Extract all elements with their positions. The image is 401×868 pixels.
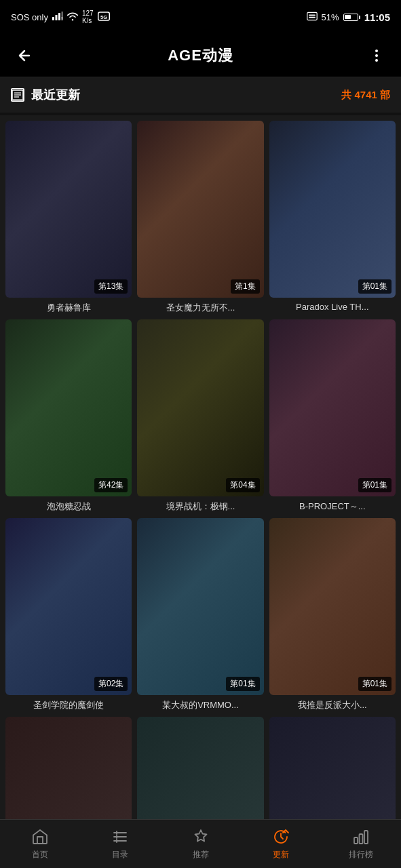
svg-rect-22 [364, 831, 368, 844]
svg-point-12 [375, 59, 378, 62]
anime-card-1[interactable]: 第13集 勇者赫鲁库 [5, 121, 132, 314]
nav-label-rank: 排行榜 [349, 849, 373, 861]
episode-badge: 第04集 [226, 478, 259, 492]
nav-label-update: 更新 [273, 849, 289, 861]
anime-card-7[interactable]: 第02集 圣剑学院的魔剑使 [5, 518, 132, 711]
anime-thumb: 第13集 [5, 121, 132, 298]
anime-grid: 第13集 勇者赫鲁库 第1集 圣女魔力无所不... 第01集 Paradox L… [0, 115, 401, 717]
anime-thumb: 第01集 [269, 121, 396, 298]
anime-thumb: 第01集 [269, 319, 396, 496]
episode-badge: 第01集 [358, 478, 392, 492]
anime-title: 泡泡糖忍战 [5, 500, 132, 513]
anime-card-9[interactable]: 第01集 我推是反派大小... [269, 518, 396, 711]
section-title: 最近更新 [11, 87, 80, 103]
anime-card-6[interactable]: 第01集 B-PROJECT～... [269, 319, 396, 513]
bottom-nav: 首页 目录 推荐 更新 [0, 819, 401, 868]
anime-card-4[interactable]: 第42集 泡泡糖忍战 [5, 319, 132, 513]
nav-item-recommend[interactable]: 推荐 [160, 827, 240, 861]
section-header: 最近更新 共 4741 部 [0, 77, 401, 113]
svg-rect-0 [52, 17, 54, 20]
nav-label-recommend: 推荐 [193, 849, 209, 861]
count-number: 4741 [354, 89, 377, 100]
status-right: 51% 11:05 [307, 12, 390, 23]
svg-rect-20 [354, 837, 358, 844]
speed-text: 127 K/s [82, 9, 94, 24]
time-display: 11:05 [364, 12, 390, 23]
svg-rect-9 [309, 16, 316, 18]
anime-card-8[interactable]: 第01集 某大叔的VRMMO... [137, 518, 263, 711]
anime-title: 境界战机：极钢... [137, 500, 263, 513]
nav-item-catalog[interactable]: 目录 [80, 827, 160, 861]
signal-icon: ! [52, 12, 63, 23]
svg-rect-2 [58, 13, 60, 20]
svg-rect-21 [359, 834, 362, 844]
nav-label-home: 首页 [32, 849, 48, 861]
status-bar: SOS only ! 127 K/s 5G [0, 0, 401, 34]
recommend-icon [191, 827, 210, 846]
anime-thumb: 第04集 [137, 319, 263, 496]
svg-rect-1 [55, 15, 57, 20]
episode-badge: 第42集 [94, 478, 128, 492]
sos-text: SOS only [11, 12, 48, 22]
network-icon: 5G [98, 12, 110, 23]
update-icon [271, 827, 290, 846]
anime-card-5[interactable]: 第04集 境界战机：极钢... [137, 319, 263, 513]
anime-thumb: 第01集 [269, 518, 396, 695]
episode-badge: 第01集 [226, 677, 259, 691]
episode-badge: 第13集 [94, 279, 128, 294]
svg-point-10 [375, 50, 378, 52]
section-count: 共 4741 部 [341, 89, 390, 102]
count-prefix: 共 [341, 89, 351, 100]
anime-title: Paradox Live TH... [269, 302, 396, 312]
status-left: SOS only ! 127 K/s 5G [11, 9, 110, 24]
anime-title: 圣女魔力无所不... [137, 302, 263, 314]
section-title-text: 最近更新 [31, 87, 80, 103]
back-button[interactable] [11, 42, 38, 69]
anime-thumb: 第1集 [137, 121, 263, 298]
episode-badge: 第01集 [358, 279, 392, 294]
anime-thumb: 第02集 [5, 518, 132, 695]
nav-item-update[interactable]: 更新 [241, 827, 321, 861]
section-icon [11, 88, 24, 102]
episode-badge: 第1集 [231, 279, 260, 294]
battery-icon [343, 14, 360, 21]
nav-label-catalog: 目录 [112, 849, 128, 861]
page-title: AGE动漫 [168, 45, 233, 66]
svg-rect-7 [307, 12, 316, 20]
anime-title: 我推是反派大小... [269, 699, 396, 711]
more-menu-button[interactable] [363, 42, 390, 69]
catalog-icon [111, 827, 130, 846]
nav-item-home[interactable]: 首页 [0, 827, 80, 861]
anime-title: 某大叔的VRMMO... [137, 699, 263, 711]
main-content: 最近更新 共 4741 部 第13集 勇者赫鲁库 第1集 圣女魔力无所 [0, 77, 401, 868]
home-icon [31, 827, 50, 846]
anime-card-2[interactable]: 第1集 圣女魔力无所不... [137, 121, 263, 314]
wifi-icon [67, 12, 78, 23]
anime-thumb: 第42集 [5, 319, 132, 496]
anime-title: 勇者赫鲁库 [5, 302, 132, 314]
sim-icon [307, 12, 318, 23]
episode-badge: 第02集 [94, 677, 128, 691]
battery-percent: 51% [322, 12, 339, 22]
anime-title: B-PROJECT～... [269, 500, 396, 513]
svg-rect-8 [309, 14, 316, 16]
rank-icon [351, 827, 370, 846]
anime-thumb: 第01集 [137, 518, 263, 695]
count-suffix: 部 [380, 89, 390, 100]
svg-text:5G: 5G [100, 14, 107, 20]
nav-item-rank[interactable]: 排行榜 [321, 827, 401, 861]
anime-card-3[interactable]: 第01集 Paradox Live TH... [269, 121, 396, 314]
app-bar: AGE动漫 [0, 34, 401, 77]
svg-point-11 [375, 54, 378, 57]
anime-title: 圣剑学院的魔剑使 [5, 699, 132, 711]
svg-text:!: ! [61, 16, 63, 21]
episode-badge: 第01集 [358, 677, 392, 691]
